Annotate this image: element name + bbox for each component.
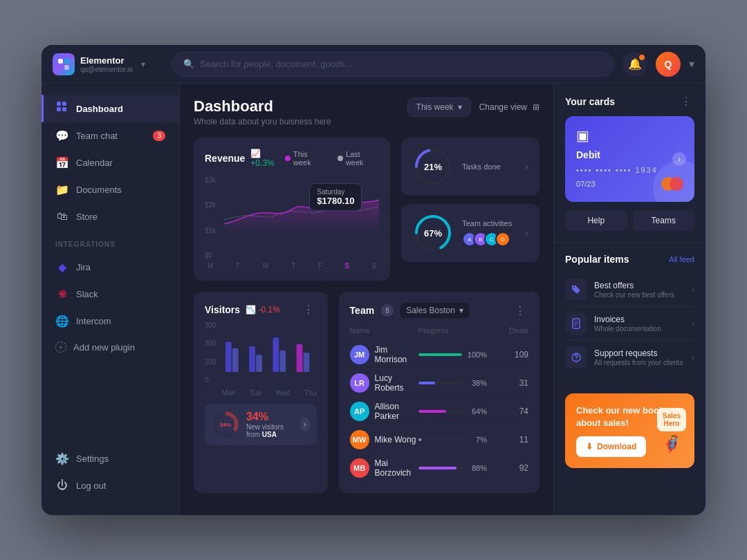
your-cards-section: Your cards ⋮ ▣ Debit •••• •••• •••• 1934… [554, 84, 706, 243]
sidebar-item-settings[interactable]: ⚙️ Settings [42, 445, 179, 472]
svg-rect-2 [58, 65, 63, 70]
svg-rect-16 [249, 346, 255, 372]
svg-rect-5 [62, 102, 66, 106]
invoices-arrow-icon: › [692, 319, 694, 328]
sidebar-item-dashboard[interactable]: Dashboard [42, 95, 179, 122]
member-avatar: LR [350, 373, 369, 393]
new-visitors-more[interactable]: › [300, 418, 310, 431]
visitors-menu-button[interactable]: ⋮ [300, 303, 317, 316]
support-icon [565, 346, 587, 368]
popular-header: Popular items All feed [565, 254, 694, 265]
sidebar-item-jira[interactable]: ◆ Jira [42, 254, 179, 281]
page-title: Dashboard [194, 97, 331, 115]
sidebar-label-intercom: Intercom [76, 316, 111, 326]
activities-stat-card: 67% Team activities A B C D [401, 204, 540, 262]
member-avatar: MW [350, 430, 369, 449]
svg-rect-4 [57, 102, 61, 106]
store-icon: 🛍 [55, 210, 69, 223]
bottom-row: Visitors 📉 -0.1% ⋮ 300 200 100 0 [194, 292, 540, 493]
search-icon: 🔍 [183, 59, 194, 69]
all-feed-link[interactable]: All feed [669, 255, 694, 263]
new-visitors-pct: 34% [246, 411, 293, 423]
svg-rect-7 [62, 107, 66, 111]
team-row: LR Lucy Roberts 38% 31 [350, 368, 528, 397]
svg-rect-15 [232, 348, 239, 372]
sidebar-label-dashboard: Dashboard [76, 104, 123, 114]
activities-more[interactable]: › [525, 227, 528, 239]
activities-circle: 67% [412, 212, 454, 254]
svg-rect-3 [64, 65, 69, 70]
member-avatar: MB [350, 458, 369, 478]
support-arrow-icon: › [692, 353, 694, 362]
header-actions: This week ▾ Change view ⊞ [407, 97, 540, 117]
period-selector[interactable]: This week ▾ [407, 97, 471, 117]
sidebar-item-calendar[interactable]: 📅 Calendar [42, 149, 179, 176]
selector-chevron-icon: ▾ [459, 306, 463, 315]
sidebar-label-team-chat: Team chat [76, 131, 118, 141]
sidebar-item-team-chat[interactable]: 💬 Team chat 3 [42, 122, 179, 149]
popular-item-support[interactable]: Support requests All requests from your … [565, 341, 694, 374]
hero-figure-icon: 🦸 [661, 434, 682, 454]
svg-rect-18 [273, 337, 279, 372]
user-avatar[interactable]: Q [656, 52, 681, 77]
sidebar-item-store[interactable]: 🛍 Store [42, 203, 179, 230]
credit-card: ▣ Debit •••• •••• •••• 1934 07/23 › [565, 116, 694, 202]
search-bar[interactable]: 🔍 Search for people, document, goods... [172, 52, 614, 77]
page-title-group: Dashboard Whole data about yoru buisness… [194, 97, 331, 127]
member-avatar: JM [350, 345, 369, 364]
card-expiry: 07/23 [576, 180, 596, 188]
sidebar-label-settings: Settings [76, 454, 109, 464]
activities-info: Team activities A B C D [462, 219, 512, 247]
team-table: Name Progress Deals JM Jim Morrison [350, 324, 528, 482]
download-button[interactable]: ⬇ Download [576, 436, 646, 457]
sidebar-item-intercom[interactable]: 🌐 Intercom [42, 308, 179, 335]
stats-area: 21% Tasks done › [401, 138, 540, 281]
logo-area[interactable]: Elementor qa@elementor.io ▾ [53, 53, 163, 75]
avatar-4: D [495, 232, 510, 247]
tasks-more[interactable]: › [525, 160, 528, 173]
notification-badge [639, 55, 645, 60]
card-type: Debit [576, 149, 600, 160]
new-visitors-label: New visitors from USA [246, 423, 293, 438]
sidebar-item-slack[interactable]: ❋ Slack [42, 281, 179, 308]
sidebar-bottom: ⚙️ Settings ⏻ Log out [42, 445, 179, 504]
top-actions: 🔔 Q ▾ [622, 52, 694, 77]
team-table-header: Name Progress Deals [350, 324, 528, 337]
active-indicator [42, 95, 44, 122]
tasks-info: Tasks done [462, 162, 501, 171]
popular-item-invoices[interactable]: Invoices Whole documentation › [565, 307, 694, 341]
tasks-circle: 21% [412, 146, 454, 187]
svg-rect-20 [296, 344, 302, 372]
card-next-button[interactable]: › [672, 152, 686, 166]
central-area: Dashboard Whole data about yoru buisness… [180, 84, 553, 515]
sidebar-item-add-plugin[interactable]: + Add new plugin [42, 335, 179, 360]
right-panel: Your cards ⋮ ▣ Debit •••• •••• •••• 1934… [553, 84, 706, 515]
sidebar-label-jira: Jira [76, 262, 91, 272]
help-button[interactable]: Help [565, 210, 627, 231]
popular-item-best-offers[interactable]: Best offers Check our new best offers › [565, 273, 694, 307]
change-view-button[interactable]: Change view ⊞ [479, 102, 540, 112]
sidebar-item-documents[interactable]: 📁 Documents [42, 176, 179, 203]
sidebar-item-logout[interactable]: ⏻ Log out [42, 472, 179, 498]
team-selector[interactable]: Sales Boston ▾ [400, 303, 469, 318]
visitors-header: Visitors 📉 -0.1% ⋮ [205, 303, 317, 316]
team-row: AP Allison Parker 64% 74 [350, 397, 528, 425]
logo-chevron-icon[interactable]: ▾ [141, 59, 145, 69]
team-menu-button[interactable]: ⋮ [512, 304, 528, 317]
your-cards-header: Your cards ⋮ [565, 95, 694, 108]
sidebar-label-add-plugin: Add new plugin [73, 342, 135, 353]
dashboard-icon [55, 102, 69, 115]
your-cards-menu-button[interactable]: ⋮ [678, 95, 694, 108]
main-content: Dashboard 💬 Team chat 3 📅 Calendar 📁 Doc… [42, 84, 706, 515]
avatar-chevron-icon[interactable]: ▾ [689, 57, 694, 71]
visitors-card: Visitors 📉 -0.1% ⋮ 300 200 100 0 [194, 292, 328, 493]
team-card: Team 8 Sales Boston ▾ ⋮ [339, 292, 540, 493]
notification-button[interactable]: 🔔 [622, 52, 647, 77]
team-header: Team 8 Sales Boston ▾ ⋮ [350, 303, 528, 318]
page-subtitle: Whole data about yoru buisness here [194, 117, 331, 127]
teams-button[interactable]: Teams [633, 210, 695, 231]
member-avatar: AP [350, 402, 369, 421]
svg-rect-6 [57, 107, 61, 111]
documents-icon: 📁 [55, 183, 69, 196]
promo-illustration: Sales Hero 🦸 [657, 408, 686, 454]
